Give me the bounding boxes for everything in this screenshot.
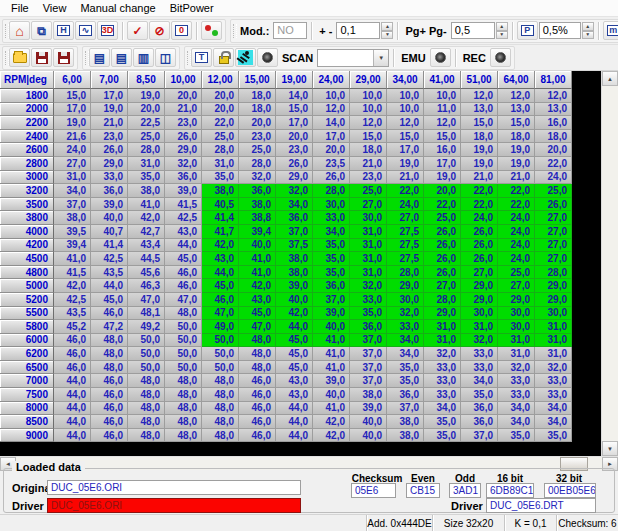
map-cell[interactable]: 26,0 [424, 266, 461, 280]
map-cell[interactable]: 24,0 [54, 143, 91, 157]
map-cell[interactable]: 34,0 [535, 402, 572, 416]
map-cell[interactable]: 37,0 [350, 334, 387, 348]
map-cell[interactable]: 48,0 [128, 415, 165, 429]
map-cell[interactable]: 16,0 [424, 143, 461, 157]
map-cell[interactable]: 28,0 [239, 157, 276, 171]
map-column-header[interactable]: 51,00 [461, 71, 498, 89]
map-cell[interactable]: 17,0 [424, 157, 461, 171]
map-cell[interactable]: 23,0 [165, 116, 202, 130]
map-cell[interactable]: 29,0 [461, 279, 498, 293]
map-cell[interactable]: 12,0 [313, 103, 350, 117]
map-cell[interactable]: 33,0 [350, 293, 387, 307]
map-cell[interactable]: 38,0 [276, 252, 313, 266]
map-cell[interactable]: 18,0 [239, 103, 276, 117]
map-cell[interactable]: 38,0 [202, 184, 239, 198]
map-cell[interactable]: 29,0 [276, 171, 313, 185]
map-cell[interactable]: 33,0 [535, 374, 572, 388]
map-cell[interactable]: 26,0 [313, 171, 350, 185]
map-cell[interactable]: 37,0 [387, 402, 424, 416]
map-cell[interactable]: 18,0 [239, 89, 276, 103]
map-cell[interactable]: 33,0 [498, 388, 535, 402]
map-cell[interactable]: 24,0 [498, 252, 535, 266]
map-cell[interactable]: 42,0 [54, 279, 91, 293]
map-cell[interactable]: 50,0 [202, 334, 239, 348]
map-2d-icon[interactable]: ∿ [75, 21, 96, 40]
rec-led-icon[interactable] [490, 48, 511, 67]
mod-value-field[interactable]: NO [273, 22, 307, 39]
map-cell[interactable]: 43,5 [54, 307, 91, 321]
map-cell[interactable]: 31,0 [498, 347, 535, 361]
map-cell[interactable]: 16,0 [535, 116, 572, 130]
map-cell[interactable]: 29,0 [91, 157, 128, 171]
map-cell[interactable]: 27,0 [461, 266, 498, 280]
map-cell[interactable]: 32,0 [535, 361, 572, 375]
map-cell[interactable]: 48,0 [239, 334, 276, 348]
map-row-header[interactable]: 2400 [0, 130, 54, 144]
map-cell[interactable]: 39,0 [91, 198, 128, 212]
table-view-icon[interactable]: H [53, 21, 74, 40]
map-cell[interactable]: 30,0 [498, 307, 535, 321]
step-spin-down-icon[interactable]: ▼ [381, 31, 393, 40]
map-cell[interactable]: 40,0 [313, 320, 350, 334]
map-cell[interactable]: 48,0 [165, 374, 202, 388]
scroll-down-icon[interactable]: ▼ [602, 441, 618, 456]
map-cell[interactable]: 50,0 [128, 361, 165, 375]
map-cell[interactable]: 50,0 [128, 334, 165, 348]
map-cell[interactable]: 24,0 [535, 171, 572, 185]
map-cell[interactable]: 13,0 [535, 103, 572, 117]
map-cell[interactable]: 44,0 [276, 402, 313, 416]
map-cell[interactable]: 25,0 [128, 130, 165, 144]
map-cell[interactable]: 33,0 [313, 211, 350, 225]
map-cell[interactable]: 42,5 [165, 211, 202, 225]
map-cell[interactable]: 46,0 [54, 361, 91, 375]
map-cell[interactable]: 19,0 [461, 157, 498, 171]
map-cell[interactable]: 10,0 [387, 89, 424, 103]
map-cell[interactable]: 48,0 [128, 429, 165, 443]
map-cell[interactable]: 17,0 [276, 116, 313, 130]
menu-manual-change[interactable]: Manual change [73, 1, 162, 15]
map-cell[interactable]: 50,0 [165, 334, 202, 348]
layout-right-icon[interactable]: ◫ [155, 48, 176, 67]
map-cell[interactable]: 46,0 [54, 347, 91, 361]
map-cell[interactable]: 46,0 [91, 429, 128, 443]
map-cell[interactable]: 31,0 [535, 334, 572, 348]
map-cell[interactable]: 48,1 [128, 307, 165, 321]
map-cell[interactable]: 32,0 [424, 347, 461, 361]
map-cell[interactable]: 27,0 [535, 239, 572, 253]
map-cell[interactable]: 50,0 [128, 347, 165, 361]
map-cell[interactable]: 35,0 [128, 171, 165, 185]
map-cell[interactable]: 39,0 [313, 374, 350, 388]
map-row-header[interactable]: 3000 [0, 171, 54, 185]
map-cell[interactable]: 10,0 [350, 103, 387, 117]
map-column-header[interactable]: 7,00 [91, 71, 128, 89]
scroll-up-icon[interactable]: ▲ [602, 71, 618, 86]
map-cell[interactable]: 38,8 [239, 211, 276, 225]
map-cell[interactable]: 12,0 [350, 116, 387, 130]
map-cell[interactable]: 12,0 [424, 116, 461, 130]
map-cell[interactable]: 48,0 [239, 361, 276, 375]
map-cell[interactable]: 32,0 [387, 307, 424, 321]
map-cell[interactable]: 19,0 [91, 103, 128, 117]
map-cell[interactable]: 44,0 [276, 320, 313, 334]
map-cell[interactable]: 37,0 [350, 361, 387, 375]
map-cell[interactable]: 44,0 [165, 239, 202, 253]
map-cell[interactable]: 45,0 [276, 361, 313, 375]
map-cell[interactable]: 47,0 [128, 293, 165, 307]
map-cell[interactable]: 25,0 [239, 143, 276, 157]
map-cell[interactable]: 14,0 [313, 116, 350, 130]
map-cell[interactable]: 23,0 [350, 171, 387, 185]
map-cell[interactable]: 42,0 [128, 211, 165, 225]
map-cell[interactable]: 20,0 [239, 116, 276, 130]
map-cell[interactable]: 34,0 [535, 415, 572, 429]
step-value-field[interactable]: 0,1 [336, 22, 380, 39]
map-cell[interactable]: 22,0 [461, 184, 498, 198]
map-cell[interactable]: 46,0 [239, 415, 276, 429]
map-row-header[interactable]: 7500 [0, 388, 54, 402]
map-cell[interactable]: 15,0 [350, 130, 387, 144]
map-cell[interactable]: 25,0 [350, 184, 387, 198]
map-cell[interactable]: 12,0 [535, 89, 572, 103]
map-cell[interactable]: 36,0 [461, 415, 498, 429]
map-cell[interactable]: 48,0 [239, 347, 276, 361]
map-cell[interactable]: 36,0 [276, 211, 313, 225]
map-cell[interactable]: 41,7 [202, 225, 239, 239]
